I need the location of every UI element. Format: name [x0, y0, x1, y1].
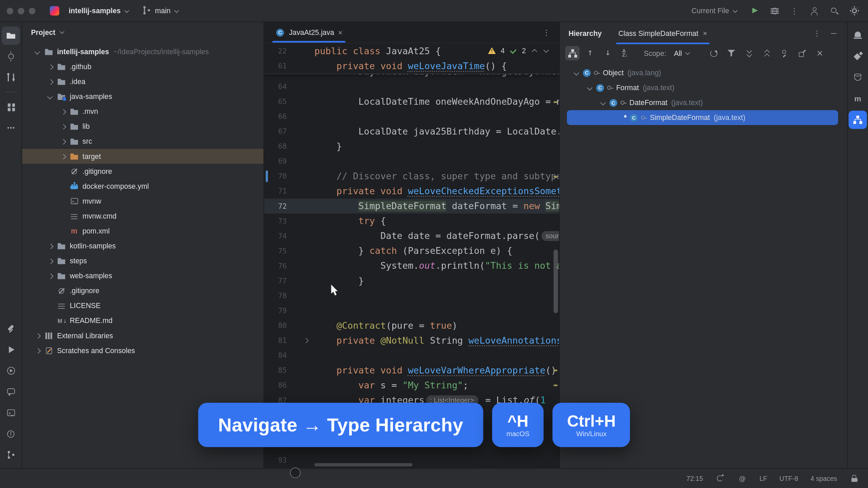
fold-indicator[interactable] [292, 273, 314, 288]
code-line[interactable]: 72 SimpleDateFormat dateFormat = new Sim… [264, 199, 559, 214]
fold-indicator[interactable] [292, 378, 314, 393]
code-line[interactable]: 65 LocalDateTime oneWeekAndOneDayAgo = n [264, 94, 559, 109]
hide-tool-window-button[interactable] [827, 26, 840, 40]
commit-tool-button[interactable] [2, 47, 20, 66]
window-minimize-button[interactable] [18, 7, 24, 14]
more-actions-button[interactable] [787, 4, 802, 18]
code-line[interactable]: 70 // Discover class, super type and sub… [264, 169, 559, 184]
chevron-icon[interactable] [57, 164, 69, 179]
fold-indicator[interactable] [292, 348, 314, 363]
run-button[interactable] [747, 4, 762, 18]
horizontal-scrollbar[interactable] [314, 463, 412, 467]
class-hierarchy-button[interactable] [565, 46, 579, 60]
ai-status-icon[interactable] [737, 473, 747, 483]
cursor-position[interactable]: 72:15 [686, 474, 703, 482]
run-tool-button[interactable] [2, 341, 20, 359]
chevron-icon[interactable] [44, 89, 57, 104]
hierarchy-tool-button[interactable] [849, 110, 867, 129]
fold-indicator[interactable] [292, 184, 314, 199]
fold-indicator[interactable] [292, 94, 314, 109]
mvnw-tree-row[interactable]: mvnw [22, 194, 263, 208]
chevron-icon[interactable] [611, 110, 622, 125]
fold-indicator[interactable] [292, 288, 314, 303]
fold-indicator[interactable] [292, 363, 314, 378]
code-line[interactable]: 74 Date date = dateFormat.parse(source [264, 228, 559, 243]
fold-indicator[interactable] [292, 169, 314, 184]
kotlin-samples-tree-row[interactable]: kotlin-samples [22, 239, 263, 253]
close-icon[interactable] [703, 29, 707, 37]
fold-indicator[interactable] [292, 199, 314, 214]
inspections-widget[interactable]: 4 2 [488, 46, 549, 55]
code-line[interactable]: 69 [264, 154, 559, 169]
fold-indicator[interactable] [292, 79, 314, 94]
fold-indicator[interactable] [292, 453, 314, 468]
line-separator[interactable]: LF [760, 474, 767, 482]
warning-stripe-mark[interactable] [554, 176, 557, 178]
previous-problem-button[interactable] [531, 47, 538, 54]
expand-all-button[interactable] [742, 46, 756, 60]
file-encoding[interactable]: UTF-8 [780, 474, 798, 482]
collapse-all-button[interactable] [760, 46, 774, 60]
chevron-icon[interactable] [32, 44, 44, 59]
code-line[interactable]: 80 @Contract(pure = true) [264, 318, 559, 333]
scope-selector[interactable]: All [674, 49, 690, 57]
fold-indicator[interactable] [292, 228, 314, 243]
mvnw-cmd-tree-row[interactable]: mvnw.cmd [22, 209, 263, 224]
warning-stripe-mark[interactable] [554, 101, 557, 103]
run-configuration-selector[interactable]: Current File [688, 4, 742, 17]
maven-tool-button[interactable] [849, 89, 867, 108]
code-line[interactable]: 81 private @NotNull String weLoveAnnotat… [264, 333, 559, 348]
code-line[interactable]: 86 var s = "My String"; [264, 378, 559, 393]
sync-status-icon[interactable] [715, 473, 725, 483]
hierarchy-tab[interactable]: Class SimpleDateFormat [616, 22, 709, 44]
fold-indicator[interactable] [292, 109, 314, 124]
chevron-icon[interactable] [44, 268, 57, 283]
code-line[interactable]: 67 LocalDate java25Birthday = LocalDate. [264, 124, 559, 139]
gitignore-tree-row[interactable]: .gitignore [22, 283, 263, 298]
fold-indicator[interactable] [292, 318, 314, 333]
target-tree-row[interactable]: target [22, 149, 263, 164]
fold-indicator[interactable] [292, 333, 314, 348]
subtypes-hierarchy-button[interactable] [600, 46, 615, 60]
code-line[interactable]: 76 System.out.println("This is not a [264, 258, 559, 273]
chevron-icon[interactable] [57, 104, 69, 119]
pin-button[interactable] [777, 46, 791, 60]
fold-indicator[interactable] [292, 243, 314, 258]
format-node-row[interactable]: Format (java.text) [560, 80, 847, 95]
steps-tree-row[interactable]: steps [22, 253, 263, 268]
code-line[interactable]: 66 [264, 109, 559, 124]
sort-alphabetically-button[interactable] [618, 46, 633, 60]
chevron-icon[interactable] [44, 59, 57, 74]
floating-widget-icon[interactable] [290, 468, 301, 478]
indent-style[interactable]: 4 spaces [810, 474, 837, 482]
fold-indicator[interactable] [292, 214, 314, 228]
project-panel-header[interactable]: Project [22, 22, 263, 42]
notifications-tool-button[interactable] [849, 26, 867, 45]
chevron-icon[interactable] [571, 65, 582, 80]
project-selector[interactable]: intellij-samples [65, 4, 133, 17]
code-line[interactable]: 79 [264, 303, 559, 318]
readme-md-tree-row[interactable]: README.md [22, 313, 263, 328]
pull-requests-tool-button[interactable] [2, 68, 20, 87]
chevron-icon[interactable] [57, 179, 69, 194]
chevron-icon[interactable] [44, 74, 57, 89]
simpledateformat-node-row[interactable]: * SimpleDateFormat (java.text) [560, 110, 847, 125]
vertical-scrollbar[interactable] [554, 249, 558, 313]
project-folder-tool-button[interactable] [2, 26, 20, 45]
chevron-icon[interactable] [44, 283, 57, 298]
chevron-icon[interactable] [57, 149, 69, 164]
lock-icon[interactable] [849, 473, 859, 483]
structure-tool-button[interactable] [2, 98, 20, 116]
web-samples-tree-row[interactable]: web-samples [22, 268, 263, 283]
chevron-icon[interactable] [32, 343, 44, 358]
docker-compose-yml-tree-row[interactable]: docker-compose.yml [22, 179, 263, 194]
intellij-samples-tree-row[interactable]: intellij-samples ~/IdeaProjects/intellij… [22, 44, 263, 59]
code-with-me-button[interactable] [807, 4, 821, 18]
tool-window-options-button[interactable] [810, 26, 824, 40]
code-line[interactable]: 78 [264, 288, 559, 303]
chevron-icon[interactable] [44, 298, 57, 313]
license-tree-row[interactable]: LICENSE [22, 298, 263, 313]
warning-stripe-mark[interactable] [554, 370, 557, 371]
chevron-icon[interactable] [57, 119, 69, 134]
chevron-icon[interactable] [57, 194, 69, 208]
